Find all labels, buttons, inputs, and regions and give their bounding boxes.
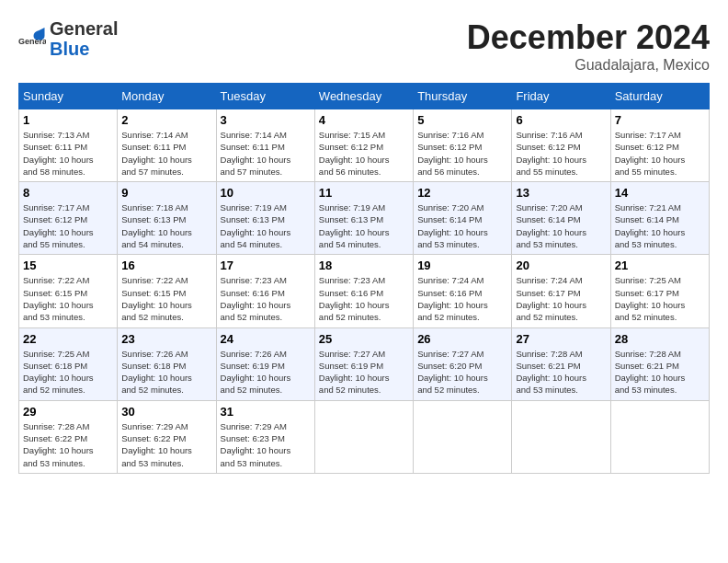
day-number: 24: [221, 332, 311, 346]
day-number: 23: [121, 332, 211, 346]
calendar-cell: 18Sunrise: 7:23 AMSunset: 6:16 PMDayligh…: [314, 255, 413, 327]
day-info: Sunrise: 7:17 AMSunset: 6:12 PMDaylight:…: [23, 201, 113, 250]
calendar-cell: 25Sunrise: 7:27 AMSunset: 6:19 PMDayligh…: [314, 327, 413, 400]
day-info: Sunrise: 7:28 AMSunset: 6:21 PMDaylight:…: [615, 348, 705, 396]
day-number: 5: [417, 113, 507, 127]
calendar-cell: 6Sunrise: 7:16 AMSunset: 6:12 PMDaylight…: [512, 109, 610, 182]
day-info: Sunrise: 7:22 AMSunset: 6:15 PMDaylight:…: [23, 274, 113, 323]
day-info: Sunrise: 7:27 AMSunset: 6:20 PMDaylight:…: [417, 348, 507, 396]
calendar-cell: 12Sunrise: 7:20 AMSunset: 6:14 PMDayligh…: [414, 182, 512, 255]
day-info: Sunrise: 7:24 AMSunset: 6:16 PMDaylight:…: [417, 274, 507, 323]
calendar-cell: 23Sunrise: 7:26 AMSunset: 6:18 PMDayligh…: [118, 327, 216, 400]
day-info: Sunrise: 7:17 AMSunset: 6:12 PMDaylight:…: [615, 129, 705, 178]
day-info: Sunrise: 7:27 AMSunset: 6:19 PMDaylight:…: [319, 348, 409, 396]
calendar-cell: 14Sunrise: 7:21 AMSunset: 6:14 PMDayligh…: [610, 182, 709, 255]
calendar-cell: 15Sunrise: 7:22 AMSunset: 6:15 PMDayligh…: [19, 255, 118, 327]
page-header: General General Blue December 2024 Guada…: [18, 18, 710, 74]
day-info: Sunrise: 7:25 AMSunset: 6:17 PMDaylight:…: [615, 274, 705, 323]
logo-text-blue: Blue: [50, 39, 118, 59]
day-number: 31: [221, 405, 311, 419]
calendar-cell: 5Sunrise: 7:16 AMSunset: 6:12 PMDaylight…: [414, 109, 512, 182]
location: Guadalajara, Mexico: [467, 57, 710, 74]
logo: General General Blue: [18, 18, 118, 59]
header-day-wednesday: Wednesday: [314, 84, 413, 109]
calendar-cell: [610, 400, 709, 473]
day-info: Sunrise: 7:18 AMSunset: 6:13 PMDaylight:…: [121, 201, 211, 250]
calendar-table: SundayMondayTuesdayWednesdayThursdayFrid…: [18, 83, 710, 474]
day-info: Sunrise: 7:26 AMSunset: 6:18 PMDaylight:…: [121, 348, 211, 396]
calendar-cell: 13Sunrise: 7:20 AMSunset: 6:14 PMDayligh…: [512, 182, 610, 255]
calendar-cell: 22Sunrise: 7:25 AMSunset: 6:18 PMDayligh…: [19, 327, 118, 400]
day-number: 18: [319, 259, 409, 272]
day-number: 2: [121, 113, 211, 127]
day-info: Sunrise: 7:23 AMSunset: 6:16 PMDaylight:…: [221, 274, 311, 323]
calendar-header: SundayMondayTuesdayWednesdayThursdayFrid…: [19, 84, 710, 109]
day-number: 26: [417, 332, 507, 346]
header-day-tuesday: Tuesday: [216, 84, 314, 109]
calendar-cell: 8Sunrise: 7:17 AMSunset: 6:12 PMDaylight…: [19, 182, 118, 255]
day-number: 8: [23, 186, 113, 200]
week-row-4: 29Sunrise: 7:28 AMSunset: 6:22 PMDayligh…: [19, 400, 710, 473]
day-info: Sunrise: 7:14 AMSunset: 6:11 PMDaylight:…: [121, 129, 211, 178]
day-info: Sunrise: 7:23 AMSunset: 6:16 PMDaylight:…: [319, 274, 409, 323]
calendar-cell: 4Sunrise: 7:15 AMSunset: 6:12 PMDaylight…: [314, 109, 413, 182]
day-info: Sunrise: 7:13 AMSunset: 6:11 PMDaylight:…: [23, 129, 113, 178]
calendar-cell: 9Sunrise: 7:18 AMSunset: 6:13 PMDaylight…: [118, 182, 216, 255]
day-number: 14: [615, 186, 705, 200]
day-info: Sunrise: 7:29 AMSunset: 6:23 PMDaylight:…: [221, 420, 311, 469]
header-day-friday: Friday: [512, 84, 610, 109]
calendar-cell: 1Sunrise: 7:13 AMSunset: 6:11 PMDaylight…: [19, 109, 118, 182]
calendar-cell: [512, 400, 610, 473]
day-info: Sunrise: 7:28 AMSunset: 6:21 PMDaylight:…: [516, 348, 606, 396]
calendar-cell: 26Sunrise: 7:27 AMSunset: 6:20 PMDayligh…: [414, 327, 512, 400]
calendar-cell: [314, 400, 413, 473]
calendar-body: 1Sunrise: 7:13 AMSunset: 6:11 PMDaylight…: [19, 109, 710, 474]
title-section: December 2024 Guadalajara, Mexico: [467, 18, 710, 74]
calendar-cell: 24Sunrise: 7:26 AMSunset: 6:19 PMDayligh…: [216, 327, 314, 400]
day-info: Sunrise: 7:14 AMSunset: 6:11 PMDaylight:…: [221, 129, 311, 178]
day-info: Sunrise: 7:20 AMSunset: 6:14 PMDaylight:…: [516, 201, 606, 250]
day-number: 3: [221, 113, 311, 127]
logo-text-general: General: [50, 18, 118, 39]
calendar-cell: 19Sunrise: 7:24 AMSunset: 6:16 PMDayligh…: [414, 255, 512, 327]
day-number: 29: [23, 405, 113, 419]
header-day-sunday: Sunday: [19, 84, 118, 109]
day-number: 22: [23, 332, 113, 346]
day-number: 7: [615, 113, 705, 127]
day-info: Sunrise: 7:15 AMSunset: 6:12 PMDaylight:…: [319, 129, 409, 178]
calendar-cell: 3Sunrise: 7:14 AMSunset: 6:11 PMDaylight…: [216, 109, 314, 182]
day-number: 17: [221, 259, 311, 272]
day-info: Sunrise: 7:22 AMSunset: 6:15 PMDaylight:…: [121, 274, 211, 323]
header-day-saturday: Saturday: [610, 84, 709, 109]
calendar-cell: 21Sunrise: 7:25 AMSunset: 6:17 PMDayligh…: [610, 255, 709, 327]
month-title: December 2024: [467, 18, 710, 57]
day-number: 9: [121, 186, 211, 200]
day-number: 21: [615, 259, 705, 272]
day-number: 4: [319, 113, 409, 127]
day-info: Sunrise: 7:25 AMSunset: 6:18 PMDaylight:…: [23, 348, 113, 396]
calendar-cell: 30Sunrise: 7:29 AMSunset: 6:22 PMDayligh…: [118, 400, 216, 473]
calendar-cell: 2Sunrise: 7:14 AMSunset: 6:11 PMDaylight…: [118, 109, 216, 182]
day-number: 15: [23, 259, 113, 272]
calendar-cell: 16Sunrise: 7:22 AMSunset: 6:15 PMDayligh…: [118, 255, 216, 327]
logo-icon: General: [18, 25, 46, 52]
week-row-1: 8Sunrise: 7:17 AMSunset: 6:12 PMDaylight…: [19, 182, 710, 255]
day-info: Sunrise: 7:28 AMSunset: 6:22 PMDaylight:…: [23, 420, 113, 469]
day-number: 12: [417, 186, 507, 200]
header-day-monday: Monday: [118, 84, 216, 109]
calendar-cell: 31Sunrise: 7:29 AMSunset: 6:23 PMDayligh…: [216, 400, 314, 473]
week-row-0: 1Sunrise: 7:13 AMSunset: 6:11 PMDaylight…: [19, 109, 710, 182]
calendar-cell: 17Sunrise: 7:23 AMSunset: 6:16 PMDayligh…: [216, 255, 314, 327]
day-number: 10: [221, 186, 311, 200]
calendar-cell: 29Sunrise: 7:28 AMSunset: 6:22 PMDayligh…: [19, 400, 118, 473]
day-number: 11: [319, 186, 409, 200]
day-number: 30: [121, 405, 211, 419]
day-number: 20: [516, 259, 606, 272]
day-number: 19: [417, 259, 507, 272]
calendar-cell: 28Sunrise: 7:28 AMSunset: 6:21 PMDayligh…: [610, 327, 709, 400]
day-number: 6: [516, 113, 606, 127]
calendar-cell: 10Sunrise: 7:19 AMSunset: 6:13 PMDayligh…: [216, 182, 314, 255]
header-row: SundayMondayTuesdayWednesdayThursdayFrid…: [19, 84, 710, 109]
day-number: 25: [319, 332, 409, 346]
calendar-cell: 20Sunrise: 7:24 AMSunset: 6:17 PMDayligh…: [512, 255, 610, 327]
